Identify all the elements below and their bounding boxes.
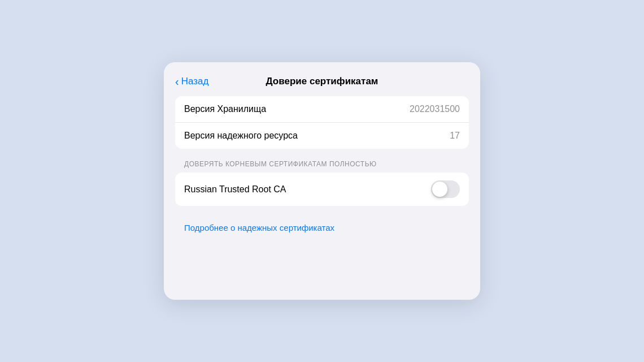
- row-value-storage: 2022031500: [410, 104, 460, 114]
- toggle-knob: [432, 182, 447, 197]
- header: ‹ Назад Доверие сертификатам: [164, 62, 480, 96]
- russian-trusted-root-ca-toggle[interactable]: [431, 180, 460, 198]
- toggle-row: Russian Trusted Root CA: [175, 173, 469, 206]
- row-value-trusted: 17: [450, 131, 460, 141]
- page-title: Доверие сертификатам: [266, 76, 378, 87]
- back-button[interactable]: ‹ Назад: [175, 76, 208, 87]
- content: Версия Хранилища 2022031500 Версия надеж…: [164, 96, 480, 232]
- chevron-left-icon: ‹: [175, 76, 179, 87]
- table-row: Версия надежного ресурса 17: [175, 123, 469, 149]
- row-label-storage: Версия Хранилища: [184, 104, 266, 114]
- trust-section-wrapper: ДОВЕРЯТЬ КОРНЕВЫМ СЕРТИФИКАТАМ ПОЛНОСТЬЮ…: [175, 160, 469, 206]
- info-section: Версия Хранилища 2022031500 Версия надеж…: [175, 96, 469, 149]
- table-row: Версия Хранилища 2022031500: [175, 96, 469, 123]
- learn-more-link[interactable]: Подробнее о надежных сертификатах: [175, 217, 469, 232]
- section-header-label: ДОВЕРЯТЬ КОРНЕВЫМ СЕРТИФИКАТАМ ПОЛНОСТЬЮ: [175, 160, 469, 173]
- toggle-section: Russian Trusted Root CA: [175, 173, 469, 206]
- back-label: Назад: [181, 76, 209, 87]
- toggle-label: Russian Trusted Root CA: [184, 184, 286, 195]
- row-label-trusted: Версия надежного ресурса: [184, 131, 298, 141]
- settings-card: ‹ Назад Доверие сертификатам Версия Хран…: [164, 62, 480, 300]
